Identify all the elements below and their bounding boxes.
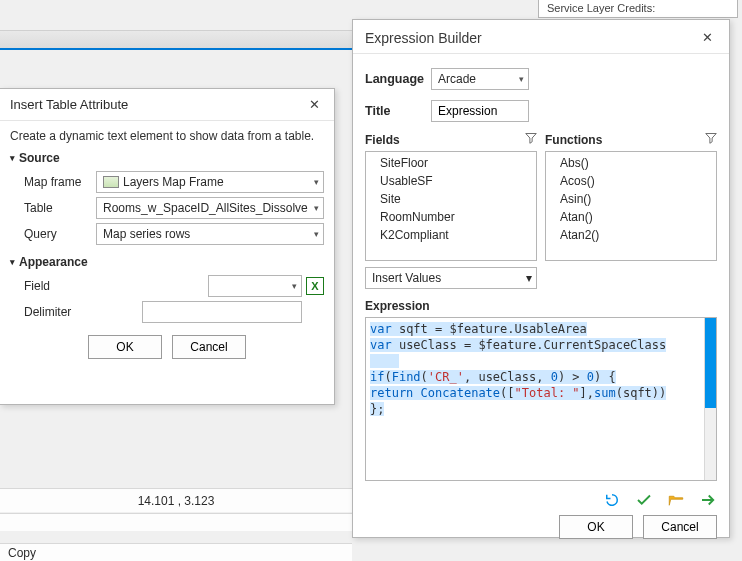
- chevron-down-icon: ▾: [526, 271, 532, 285]
- code-token: };: [370, 402, 384, 416]
- filter-icon[interactable]: [705, 132, 717, 147]
- fields-heading: Fields: [365, 133, 400, 147]
- chevron-down-icon: ▾: [10, 257, 15, 267]
- filter-icon[interactable]: [525, 132, 537, 147]
- service-layer-credits: Service Layer Credits:: [538, 0, 738, 18]
- expression-builder-panel: Expression Builder ✕ Language Arcade ▾ T…: [352, 19, 730, 538]
- title-label: Title: [365, 104, 431, 118]
- expression-editor[interactable]: var sqft = $feature.UsableArea var useCl…: [365, 317, 717, 481]
- query-dropdown[interactable]: Map series rows ▾: [96, 223, 324, 245]
- map-thumbnail-icon: [103, 176, 119, 188]
- section-appearance[interactable]: ▾ Appearance: [10, 255, 324, 269]
- list-item[interactable]: Abs(): [546, 154, 716, 172]
- code-token: var: [370, 322, 392, 336]
- section-source-label: Source: [19, 151, 60, 165]
- section-appearance-label: Appearance: [19, 255, 88, 269]
- ok-button[interactable]: OK: [559, 515, 633, 539]
- table-value: Rooms_w_SpaceID_AllSites_Dissolve: [103, 201, 314, 215]
- list-item[interactable]: Site: [366, 190, 536, 208]
- chevron-down-icon: ▾: [292, 281, 297, 291]
- functions-listbox[interactable]: Abs()Acos()Asin()Atan()Atan2(): [545, 151, 717, 261]
- fields-listbox[interactable]: SiteFloorUsableSFSiteRoomNumberK2Complia…: [365, 151, 537, 261]
- code-token: (sqft)): [616, 386, 667, 400]
- map-frame-dropdown[interactable]: Layers Map Frame ▾: [96, 171, 324, 193]
- code-token: [413, 386, 420, 400]
- code-token: sum: [594, 386, 616, 400]
- list-item[interactable]: Asin(): [546, 190, 716, 208]
- language-value: Arcade: [438, 72, 476, 86]
- code-token: return: [370, 386, 413, 400]
- code-token: (: [421, 370, 428, 384]
- field-dropdown[interactable]: ▾: [208, 275, 302, 297]
- expression-heading: Expression: [365, 299, 717, 313]
- code-token: Concatenate: [421, 386, 500, 400]
- map-frame-label: Map frame: [10, 175, 96, 189]
- cancel-button[interactable]: Cancel: [172, 335, 246, 359]
- ok-button[interactable]: OK: [88, 335, 162, 359]
- undo-icon[interactable]: [603, 491, 621, 509]
- field-label: Field: [10, 279, 96, 293]
- code-token: ],: [580, 386, 594, 400]
- section-source[interactable]: ▾ Source: [10, 151, 324, 165]
- code-token: (: [384, 370, 391, 384]
- table-label: Table: [10, 201, 96, 215]
- code-token: Find: [392, 370, 421, 384]
- chevron-down-icon: ▾: [10, 153, 15, 163]
- expression-icon[interactable]: X: [306, 277, 324, 295]
- code-token: 0: [587, 370, 594, 384]
- code-token: 'CR_': [428, 370, 464, 384]
- chevron-down-icon: ▾: [314, 229, 319, 239]
- table-dropdown[interactable]: Rooms_w_SpaceID_AllSites_Dissolve ▾: [96, 197, 324, 219]
- code-token: , useClass,: [464, 370, 551, 384]
- panel-title: Expression Builder: [365, 30, 482, 46]
- chevron-down-icon: ▾: [314, 203, 319, 213]
- title-input[interactable]: [431, 100, 529, 122]
- close-icon[interactable]: ✕: [698, 28, 717, 47]
- language-dropdown[interactable]: Arcade ▾: [431, 68, 529, 90]
- code-token: var: [370, 338, 392, 352]
- chevron-down-icon: ▾: [314, 177, 319, 187]
- code-scrollbar[interactable]: [704, 318, 716, 480]
- delimiter-label: Delimiter: [10, 305, 96, 319]
- close-icon[interactable]: ✕: [305, 95, 324, 114]
- chevron-down-icon: ▾: [519, 74, 524, 84]
- panel-description: Create a dynamic text element to show da…: [10, 129, 324, 143]
- query-value: Map series rows: [103, 227, 314, 241]
- status-coordinates: 14.101 , 3.123: [0, 488, 352, 512]
- insert-values-dropdown[interactable]: Insert Values ▾: [365, 267, 537, 289]
- status-spacer: [0, 513, 352, 531]
- delimiter-input[interactable]: [142, 301, 302, 323]
- copy-label: Copy: [8, 546, 36, 560]
- code-token: useClass = $feature.CurrentSpaceClass: [392, 338, 667, 352]
- list-item[interactable]: Atan2(): [546, 226, 716, 244]
- panel-header: Insert Table Attribute ✕: [0, 89, 334, 121]
- coordinates-text: 14.101 , 3.123: [138, 494, 215, 508]
- list-item[interactable]: K2Compliant: [366, 226, 536, 244]
- functions-heading: Functions: [545, 133, 602, 147]
- cancel-button[interactable]: Cancel: [643, 515, 717, 539]
- code-token: "Total: ": [515, 386, 580, 400]
- code-token: if: [370, 370, 384, 384]
- insert-values-label: Insert Values: [372, 271, 441, 285]
- panel-title: Insert Table Attribute: [10, 97, 128, 112]
- list-item[interactable]: SiteFloor: [366, 154, 536, 172]
- ambient-ribbon: [0, 30, 352, 50]
- list-item[interactable]: Atan(): [546, 208, 716, 226]
- code-token: ) {: [594, 370, 616, 384]
- map-frame-value: Layers Map Frame: [123, 175, 314, 189]
- validate-icon[interactable]: [635, 491, 653, 509]
- insert-table-attribute-panel: Insert Table Attribute ✕ Create a dynami…: [0, 88, 335, 405]
- code-token: ) >: [558, 370, 587, 384]
- list-item[interactable]: RoomNumber: [366, 208, 536, 226]
- code-token: sqft = $feature.UsableArea: [392, 322, 587, 336]
- status-copy: Copy: [0, 543, 352, 561]
- language-label: Language: [365, 72, 431, 86]
- list-item[interactable]: Acos(): [546, 172, 716, 190]
- code-token: 0: [551, 370, 558, 384]
- export-arrow-icon[interactable]: [699, 491, 717, 509]
- query-label: Query: [10, 227, 96, 241]
- folder-open-icon[interactable]: [667, 491, 685, 509]
- panel-header: Expression Builder ✕: [353, 20, 729, 54]
- list-item[interactable]: UsableSF: [366, 172, 536, 190]
- code-token: ([: [500, 386, 514, 400]
